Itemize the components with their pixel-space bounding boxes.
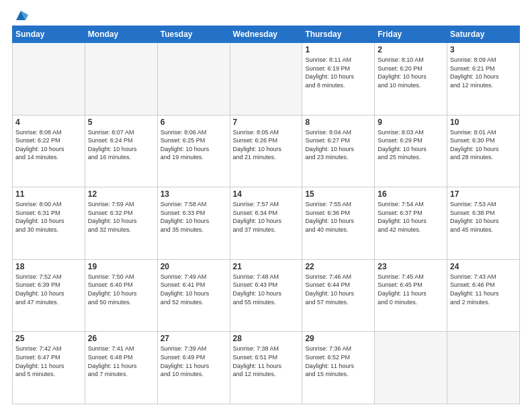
day-number: 15 [305, 189, 371, 199]
day-info: Sunrise: 7:48 AM Sunset: 6:43 PM Dayligh… [233, 273, 300, 306]
day-number: 14 [233, 189, 300, 199]
calendar-cell: 26Sunrise: 7:41 AM Sunset: 6:48 PM Dayli… [85, 332, 157, 404]
day-info: Sunrise: 7:36 AM Sunset: 6:52 PM Dayligh… [305, 345, 371, 378]
day-number: 2 [378, 45, 444, 54]
logo [12, 11, 28, 20]
day-info: Sunrise: 7:57 AM Sunset: 6:34 PM Dayligh… [233, 200, 300, 234]
day-info: Sunrise: 8:03 AM Sunset: 6:29 PM Dayligh… [378, 128, 444, 162]
day-info: Sunrise: 7:41 AM Sunset: 6:48 PM Dayligh… [88, 345, 154, 378]
weekday-header: Tuesday [157, 26, 230, 43]
day-info: Sunrise: 8:05 AM Sunset: 6:26 PM Dayligh… [233, 128, 300, 162]
weekday-header: Thursday [302, 26, 375, 43]
day-number: 11 [15, 189, 82, 199]
day-number: 5 [88, 118, 154, 127]
day-info: Sunrise: 7:52 AM Sunset: 6:39 PM Dayligh… [15, 273, 82, 306]
day-number: 9 [378, 118, 444, 127]
calendar-week-row: 25Sunrise: 7:42 AM Sunset: 6:47 PM Dayli… [13, 332, 520, 404]
day-number: 21 [233, 262, 300, 271]
calendar-cell: 15Sunrise: 7:55 AM Sunset: 6:36 PM Dayli… [302, 187, 375, 260]
day-info: Sunrise: 7:58 AM Sunset: 6:33 PM Dayligh… [161, 200, 227, 234]
day-info: Sunrise: 7:53 AM Sunset: 6:38 PM Dayligh… [450, 200, 517, 234]
day-number: 10 [450, 118, 517, 127]
weekday-header: Monday [85, 26, 157, 43]
day-number: 6 [161, 118, 227, 127]
day-info: Sunrise: 8:01 AM Sunset: 6:30 PM Dayligh… [450, 128, 517, 162]
day-info: Sunrise: 8:08 AM Sunset: 6:22 PM Dayligh… [15, 128, 82, 162]
day-info: Sunrise: 8:00 AM Sunset: 6:31 PM Dayligh… [15, 200, 82, 234]
day-number: 24 [450, 262, 517, 271]
day-number: 29 [305, 334, 371, 343]
day-number: 22 [305, 262, 371, 271]
calendar-cell: 6Sunrise: 8:06 AM Sunset: 6:25 PM Daylig… [157, 115, 230, 187]
calendar-week-row: 18Sunrise: 7:52 AM Sunset: 6:39 PM Dayli… [13, 259, 520, 332]
calendar-cell: 10Sunrise: 8:01 AM Sunset: 6:30 PM Dayli… [447, 115, 520, 187]
weekday-header: Sunday [13, 26, 85, 43]
calendar-cell: 25Sunrise: 7:42 AM Sunset: 6:47 PM Dayli… [13, 332, 85, 404]
calendar-cell: 24Sunrise: 7:43 AM Sunset: 6:46 PM Dayli… [447, 259, 520, 332]
day-number: 12 [88, 189, 154, 199]
calendar-cell [447, 332, 520, 404]
day-info: Sunrise: 8:11 AM Sunset: 6:19 PM Dayligh… [305, 56, 371, 89]
day-info: Sunrise: 7:38 AM Sunset: 6:51 PM Dayligh… [233, 345, 300, 378]
calendar-page: SundayMondayTuesdayWednesdayThursdayFrid… [0, 0, 532, 411]
calendar-cell: 8Sunrise: 8:04 AM Sunset: 6:27 PM Daylig… [302, 115, 375, 187]
calendar-cell: 14Sunrise: 7:57 AM Sunset: 6:34 PM Dayli… [230, 187, 302, 260]
day-number: 26 [88, 334, 154, 343]
header [12, 11, 520, 20]
day-number: 27 [161, 334, 227, 343]
calendar-cell: 29Sunrise: 7:36 AM Sunset: 6:52 PM Dayli… [302, 332, 375, 404]
day-number: 7 [233, 118, 300, 127]
day-number: 25 [15, 334, 82, 343]
weekday-header: Saturday [447, 26, 520, 43]
calendar-cell: 18Sunrise: 7:52 AM Sunset: 6:39 PM Dayli… [13, 259, 85, 332]
day-number: 20 [161, 262, 227, 271]
day-number: 4 [15, 118, 82, 127]
day-info: Sunrise: 7:54 AM Sunset: 6:37 PM Dayligh… [378, 200, 444, 234]
calendar-cell [157, 43, 230, 116]
calendar-cell: 27Sunrise: 7:39 AM Sunset: 6:49 PM Dayli… [157, 332, 230, 404]
calendar-cell: 20Sunrise: 7:49 AM Sunset: 6:41 PM Dayli… [157, 259, 230, 332]
calendar-cell: 23Sunrise: 7:45 AM Sunset: 6:45 PM Dayli… [375, 259, 447, 332]
calendar-cell: 4Sunrise: 8:08 AM Sunset: 6:22 PM Daylig… [13, 115, 85, 187]
day-info: Sunrise: 8:10 AM Sunset: 6:20 PM Dayligh… [378, 56, 444, 89]
calendar-week-row: 4Sunrise: 8:08 AM Sunset: 6:22 PM Daylig… [13, 115, 520, 187]
day-info: Sunrise: 7:46 AM Sunset: 6:44 PM Dayligh… [305, 273, 371, 306]
day-info: Sunrise: 7:50 AM Sunset: 6:40 PM Dayligh… [88, 273, 154, 306]
day-number: 13 [161, 189, 227, 199]
weekday-header-row: SundayMondayTuesdayWednesdayThursdayFrid… [13, 26, 520, 43]
calendar-cell [13, 43, 85, 116]
calendar-cell: 13Sunrise: 7:58 AM Sunset: 6:33 PM Dayli… [157, 187, 230, 260]
day-info: Sunrise: 7:59 AM Sunset: 6:32 PM Dayligh… [88, 200, 154, 234]
day-number: 28 [233, 334, 300, 343]
day-info: Sunrise: 8:06 AM Sunset: 6:25 PM Dayligh… [161, 128, 227, 162]
calendar-cell: 7Sunrise: 8:05 AM Sunset: 6:26 PM Daylig… [230, 115, 302, 187]
calendar-cell: 21Sunrise: 7:48 AM Sunset: 6:43 PM Dayli… [230, 259, 302, 332]
calendar-cell: 17Sunrise: 7:53 AM Sunset: 6:38 PM Dayli… [447, 187, 520, 260]
calendar-cell: 19Sunrise: 7:50 AM Sunset: 6:40 PM Dayli… [85, 259, 157, 332]
calendar-table: SundayMondayTuesdayWednesdayThursdayFrid… [12, 26, 520, 404]
calendar-cell: 9Sunrise: 8:03 AM Sunset: 6:29 PM Daylig… [375, 115, 447, 187]
weekday-header: Wednesday [230, 26, 302, 43]
day-number: 1 [305, 45, 371, 54]
weekday-header: Friday [375, 26, 447, 43]
day-info: Sunrise: 8:09 AM Sunset: 6:21 PM Dayligh… [450, 56, 517, 89]
calendar-cell: 22Sunrise: 7:46 AM Sunset: 6:44 PM Dayli… [302, 259, 375, 332]
logo-icon [13, 8, 28, 23]
day-number: 19 [88, 262, 154, 271]
calendar-cell [230, 43, 302, 116]
day-info: Sunrise: 7:42 AM Sunset: 6:47 PM Dayligh… [15, 345, 82, 378]
calendar-week-row: 1Sunrise: 8:11 AM Sunset: 6:19 PM Daylig… [13, 43, 520, 116]
calendar-cell: 16Sunrise: 7:54 AM Sunset: 6:37 PM Dayli… [375, 187, 447, 260]
calendar-cell [375, 332, 447, 404]
calendar-cell: 12Sunrise: 7:59 AM Sunset: 6:32 PM Dayli… [85, 187, 157, 260]
day-info: Sunrise: 7:55 AM Sunset: 6:36 PM Dayligh… [305, 200, 371, 234]
calendar-cell: 28Sunrise: 7:38 AM Sunset: 6:51 PM Dayli… [230, 332, 302, 404]
day-info: Sunrise: 7:39 AM Sunset: 6:49 PM Dayligh… [161, 345, 227, 378]
calendar-cell: 2Sunrise: 8:10 AM Sunset: 6:20 PM Daylig… [375, 43, 447, 116]
day-number: 8 [305, 118, 371, 127]
day-number: 3 [450, 45, 517, 54]
calendar-cell: 1Sunrise: 8:11 AM Sunset: 6:19 PM Daylig… [302, 43, 375, 116]
day-number: 18 [15, 262, 82, 271]
day-info: Sunrise: 8:07 AM Sunset: 6:24 PM Dayligh… [88, 128, 154, 162]
calendar-cell: 5Sunrise: 8:07 AM Sunset: 6:24 PM Daylig… [85, 115, 157, 187]
